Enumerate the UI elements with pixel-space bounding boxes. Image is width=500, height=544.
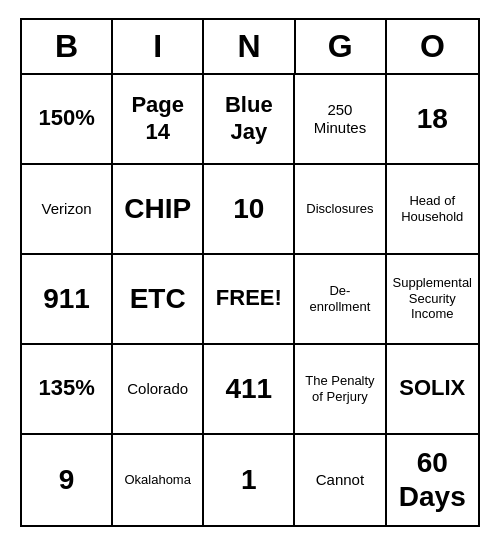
bingo-cell-18: The Penalty of Perjury xyxy=(295,345,386,435)
bingo-cell-20: 9 xyxy=(22,435,113,525)
bingo-cell-2: Blue Jay xyxy=(204,75,295,165)
bingo-cell-21: Okalahoma xyxy=(113,435,204,525)
bingo-card: BINGO 150%Page 14Blue Jay250 Minutes18Ve… xyxy=(20,18,480,527)
header-letter-n: N xyxy=(204,20,295,73)
bingo-grid: 150%Page 14Blue Jay250 Minutes18VerizonC… xyxy=(22,75,478,525)
bingo-cell-1: Page 14 xyxy=(113,75,204,165)
header-letter-g: G xyxy=(296,20,387,73)
bingo-cell-8: Disclosures xyxy=(295,165,386,255)
header-letter-o: O xyxy=(387,20,478,73)
bingo-cell-15: 135% xyxy=(22,345,113,435)
bingo-cell-13: De-enrollment xyxy=(295,255,386,345)
header-letter-b: B xyxy=(22,20,113,73)
bingo-cell-22: 1 xyxy=(204,435,295,525)
bingo-cell-19: SOLIX xyxy=(387,345,479,435)
bingo-cell-10: 911 xyxy=(22,255,113,345)
header-letter-i: I xyxy=(113,20,204,73)
bingo-cell-11: ETC xyxy=(113,255,204,345)
bingo-cell-9: Head of Household xyxy=(387,165,479,255)
bingo-cell-4: 18 xyxy=(387,75,479,165)
bingo-cell-7: 10 xyxy=(204,165,295,255)
bingo-cell-16: Colorado xyxy=(113,345,204,435)
bingo-cell-14: Supplemental Security Income xyxy=(387,255,479,345)
bingo-cell-23: Cannot xyxy=(295,435,386,525)
bingo-cell-12: FREE! xyxy=(204,255,295,345)
bingo-cell-24: 60 Days xyxy=(387,435,479,525)
bingo-cell-0: 150% xyxy=(22,75,113,165)
bingo-header: BINGO xyxy=(22,20,478,75)
bingo-cell-5: Verizon xyxy=(22,165,113,255)
bingo-cell-3: 250 Minutes xyxy=(295,75,386,165)
bingo-cell-6: CHIP xyxy=(113,165,204,255)
bingo-cell-17: 411 xyxy=(204,345,295,435)
